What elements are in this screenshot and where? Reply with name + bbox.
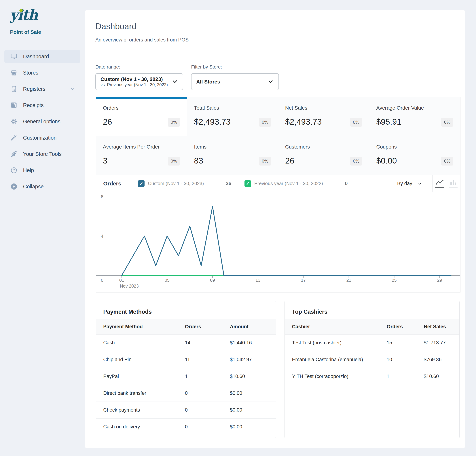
orders-cell: 15	[387, 340, 424, 346]
store-filter-label: Filter by Store:	[191, 64, 222, 70]
yith-logo: yith	[10, 8, 37, 22]
orders-cell: 1	[185, 374, 230, 379]
inactive-chart-type-indicator	[449, 187, 458, 188]
sidebar-collapse-button[interactable]: Collapse	[4, 180, 80, 193]
top-cashiers-panel: Top Cashiers Cashier Orders Net Sales Te…	[284, 301, 459, 438]
collapse-arrow-icon	[10, 183, 17, 190]
payment-method-cell: Cash	[96, 340, 185, 346]
sidebar-item-label: Receipts	[23, 102, 44, 108]
stat-delta-badge: 0%	[168, 118, 180, 127]
store-filter-value: All Stores	[196, 79, 220, 85]
svg-text:25: 25	[392, 278, 397, 283]
sidebar-collapse-label: Collapse	[23, 184, 44, 190]
table-row: PayPal 1 $10.60	[96, 368, 276, 385]
sidebar-item-help[interactable]: Help	[4, 163, 80, 177]
amount-cell: $0.00	[230, 390, 276, 396]
table-row: Direct bank transfer 0 $0.00	[96, 385, 276, 402]
cashier-cell: YITH Test (corradoporzio)	[285, 374, 387, 379]
interval-select[interactable]: By day	[397, 181, 422, 186]
chevron-down-icon	[172, 79, 178, 85]
storefront-icon	[10, 69, 17, 76]
column-header: Amount	[230, 324, 276, 329]
series-current-checkbox[interactable]: ✓	[138, 180, 144, 187]
orders-cell: 11	[185, 357, 230, 363]
store-filter-select[interactable]: All Stores	[191, 73, 279, 90]
line-chart-icon	[435, 179, 444, 186]
date-range-label: Date range:	[95, 64, 120, 70]
stat-delta-badge: 0%	[259, 118, 271, 127]
sidebar-item-label: Help	[23, 167, 34, 173]
calculator-icon	[10, 85, 17, 93]
sidebar-item-customization[interactable]: Customization	[4, 131, 80, 144]
orders-cell: 1	[387, 374, 424, 379]
gear-icon	[10, 118, 17, 125]
amount-cell: $1,042.97	[230, 357, 276, 363]
chart-plot-area: 01Nov 202305091317212529048	[96, 192, 460, 292]
table-footer-filler	[285, 385, 459, 438]
table-row: Cash 14 $1,440.16	[96, 335, 276, 351]
stat-tile-average-order-value[interactable]: Average Order Value $95.91 0%	[369, 97, 460, 136]
sidebar-item-dashboard[interactable]: Dashboard	[4, 50, 80, 63]
sidebar: yith Point of Sale Dashboard Stores	[0, 0, 85, 456]
stat-value: 26	[285, 156, 294, 166]
table-row: Check payments 0 $0.00	[96, 402, 276, 419]
sidebar-item-label: Registers	[23, 86, 45, 92]
stat-tile-total-sales[interactable]: Total Sales $2,493.73 0%	[187, 97, 278, 136]
rocket-icon	[10, 150, 17, 158]
sidebar-item-receipts[interactable]: Receipts	[4, 99, 80, 112]
stat-label: Orders	[103, 105, 180, 111]
stat-tile-orders[interactable]: Orders 26 0%	[96, 97, 187, 136]
series-previous-checkbox[interactable]: ✓	[245, 180, 251, 187]
svg-text:8: 8	[101, 194, 103, 199]
orders-cell: 14	[185, 340, 230, 346]
stat-label: Total Sales	[194, 105, 271, 111]
top-cashiers-title: Top Cashiers	[285, 301, 459, 319]
monitor-icon	[10, 53, 17, 60]
series-previous-count: 0	[345, 181, 348, 186]
stat-delta-badge: 0%	[441, 118, 453, 127]
stat-delta-badge: 0%	[259, 157, 271, 166]
amount-cell: $0.00	[230, 407, 276, 413]
payment-method-cell: Direct bank transfer	[96, 390, 185, 396]
sidebar-item-stores[interactable]: Stores	[4, 66, 80, 79]
net-sales-cell: $1,713.77	[424, 340, 459, 346]
stat-value: $2,493.73	[194, 117, 231, 127]
orders-cell: 10	[387, 357, 424, 363]
yith-logo-text: yith	[10, 7, 37, 23]
product-name: Point of Sale	[10, 29, 41, 35]
stat-label: Average Order Value	[376, 105, 453, 111]
chart-header: Orders ✓ Custom (Nov 1 - 30, 2023) 26 ✓ …	[96, 175, 460, 192]
line-chart-toggle-button[interactable]	[433, 175, 446, 192]
table-row: Test Test (pos-cashier) 15 $1,713.77	[285, 335, 459, 351]
svg-text:4: 4	[101, 234, 103, 239]
sidebar-item-general-options[interactable]: General options	[4, 115, 80, 128]
stat-tile-items[interactable]: Items 83 0%	[187, 136, 278, 175]
stat-value: 3	[103, 156, 107, 166]
column-header: Payment Method	[96, 324, 185, 329]
stat-tile-customers[interactable]: Customers 26 0%	[278, 136, 369, 175]
stat-tile-net-sales[interactable]: Net Sales $2,493.73 0%	[278, 97, 369, 136]
page-subtitle: An overview of orders and sales from POS	[95, 37, 188, 43]
orders-cell: 0	[185, 424, 230, 430]
bar-chart-toggle-button[interactable]	[446, 175, 460, 192]
stat-label: Coupons	[376, 144, 453, 150]
stat-delta-badge: 0%	[350, 157, 362, 166]
stat-delta-badge: 0%	[441, 157, 453, 166]
stat-value: $2,493.73	[285, 117, 322, 127]
sidebar-item-your-store-tools[interactable]: Your Store Tools	[4, 147, 80, 161]
net-sales-cell: $10.60	[424, 374, 459, 379]
amount-cell: $1,440.16	[230, 340, 276, 346]
stat-label: Net Sales	[285, 105, 362, 111]
sidebar-item-label: General options	[23, 118, 60, 125]
table-row: YITH Test (corradoporzio) 1 $10.60	[285, 368, 459, 385]
stat-value: $95.91	[376, 117, 401, 127]
stat-value: $0.00	[376, 156, 397, 166]
main-content-card: Dashboard An overview of orders and sale…	[85, 10, 465, 448]
sidebar-item-label: Your Store Tools	[23, 151, 62, 157]
chevron-down-icon	[70, 86, 75, 92]
table-row: Chip and Pin 11 $1,042.97	[96, 351, 276, 368]
stat-tile-coupons[interactable]: Coupons $0.00 0%	[369, 136, 460, 175]
date-range-select[interactable]: Custom (Nov 1 - 30, 2023) vs. Previous y…	[95, 73, 183, 90]
sidebar-item-registers[interactable]: Registers	[4, 82, 80, 96]
stat-tile-average-items-per-order[interactable]: Average Items Per Order 3 0%	[96, 136, 187, 175]
